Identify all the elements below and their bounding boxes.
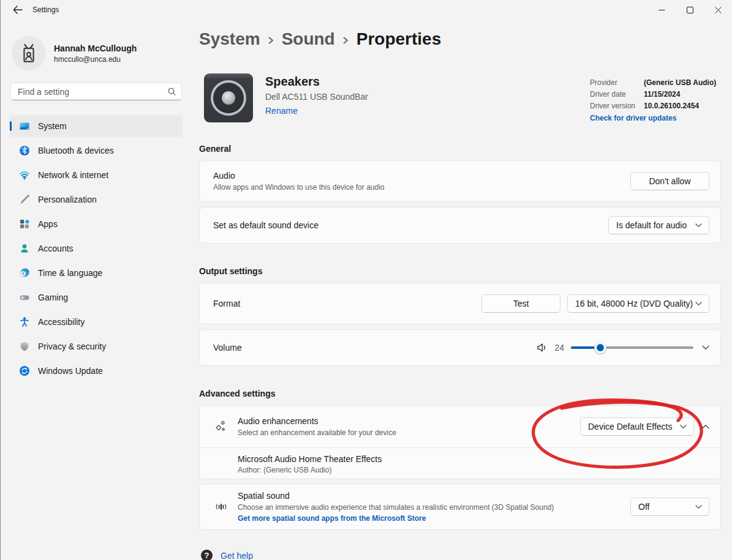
driver-info-row: Driver version 10.0.26100.2454 — [590, 100, 716, 112]
help-icon: ? — [201, 550, 213, 560]
volume-value: 24 — [554, 343, 564, 353]
section-output: Output settings — [199, 266, 262, 276]
sidebar-item-system[interactable]: System — [10, 115, 183, 137]
driver-info-row: Provider (Generic USB Audio) — [590, 77, 716, 89]
audio-row-description: Allow apps and Windows to use this devic… — [213, 183, 630, 192]
test-button[interactable]: Test — [481, 294, 560, 313]
bluetooth-icon — [19, 145, 30, 156]
avatar — [12, 36, 46, 70]
back-arrow-icon — [13, 6, 23, 14]
sidebar-item-accounts[interactable]: Accounts — [10, 237, 183, 259]
sidebar-item-label: Time & language — [38, 268, 102, 278]
volume-title: Volume — [213, 343, 537, 353]
get-help-link[interactable]: Get help — [221, 551, 253, 560]
minimize-button[interactable] — [647, 0, 676, 20]
volume-card: Volume 24 — [199, 329, 721, 366]
system-icon — [19, 121, 30, 132]
spatial-description: Choose an immersive audio experience tha… — [238, 503, 630, 512]
person-icon — [19, 243, 30, 254]
wifi-icon — [19, 170, 30, 181]
format-title: Format — [213, 299, 481, 308]
format-dropdown[interactable]: 16 bit, 48000 Hz (DVD Quality) — [567, 294, 709, 313]
enhancements-dropdown[interactable]: Device Default Effects — [580, 417, 694, 436]
volume-slider-thumb[interactable] — [594, 342, 606, 354]
sidebar-item-personalization[interactable]: Personalization — [10, 189, 183, 211]
profile-email: hmccullo@unca.edu — [54, 55, 137, 64]
driver-info-row: Driver date 11/15/2024 — [590, 89, 716, 100]
sidebar-item-label: Accessibility — [38, 317, 85, 327]
window-border — [0, 0, 1, 560]
audio-enhancements-card: Audio enhancements Select an enhancement… — [199, 405, 721, 479]
clock-globe-icon — [19, 267, 30, 278]
spatial-sound-icon — [215, 495, 227, 518]
close-button[interactable] — [704, 0, 732, 20]
sidebar-item-accessibility[interactable]: Accessibility — [10, 311, 183, 333]
enhancement-detail-title: Microsoft Audio Home Theater Effects — [238, 454, 709, 464]
spatial-title: Spatial sound — [238, 491, 630, 501]
maximize-button[interactable] — [676, 0, 704, 20]
device-header: Speakers Dell AC511 USB SoundBar Rename — [204, 73, 368, 122]
sidebar-item-label: Network & internet — [38, 170, 108, 180]
speaker-volume-icon — [537, 343, 547, 353]
sidebar-item-label: Accounts — [38, 244, 74, 253]
volume-slider[interactable] — [571, 342, 693, 354]
chevron-down-icon — [695, 505, 702, 509]
sidebar-item-label: Bluetooth & devices — [38, 146, 114, 155]
enhancements-collapse-chevron-icon[interactable] — [702, 424, 709, 429]
default-device-title: Set as default sound device — [213, 220, 608, 230]
enhancement-detail-author: Author: (Generic USB Audio) — [238, 466, 709, 474]
spatial-dropdown[interactable]: Off — [630, 498, 709, 516]
gamepad-icon — [19, 292, 30, 303]
audio-allow-card: Audio Allow apps and Windows to use this… — [199, 160, 721, 202]
sidebar-item-bluetooth-devices[interactable]: Bluetooth & devices — [10, 140, 183, 162]
selected-accent-bar — [10, 121, 12, 131]
chevron-right-icon — [268, 35, 274, 46]
apps-icon — [19, 218, 30, 230]
sidebar-item-gaming[interactable]: Gaming — [10, 286, 183, 308]
search-input[interactable] — [18, 87, 167, 97]
id-badge-icon — [18, 43, 39, 64]
sidebar-item-label: Personalization — [38, 195, 97, 204]
back-button[interactable] — [7, 2, 28, 18]
window-title: Settings — [32, 6, 59, 14]
close-icon — [715, 7, 722, 13]
format-card: Format Test 16 bit, 48000 Hz (DVD Qualit… — [199, 283, 721, 324]
update-icon — [19, 365, 30, 376]
enhancements-description: Select an enhancement available for your… — [238, 428, 580, 437]
sidebar-item-label: Windows Update — [38, 366, 103, 376]
sidebar-item-windows-update[interactable]: Windows Update — [10, 360, 183, 382]
user-profile[interactable]: Hannah McCullough hmccullo@unca.edu — [12, 36, 137, 70]
speaker-device-image — [204, 73, 253, 122]
enhancement-detail-row: Microsoft Audio Home Theater Effects Aut… — [200, 448, 720, 480]
driver-info: Provider (Generic USB Audio) Driver date… — [590, 77, 716, 122]
titlebar: Settings — [0, 0, 732, 20]
sidebar-item-label: System — [38, 121, 67, 131]
volume-expander-chevron-icon[interactable] — [702, 345, 709, 350]
sidebar-item-privacy-security[interactable]: Privacy & security — [10, 335, 183, 357]
chevron-right-icon — [342, 35, 349, 46]
check-driver-updates-link[interactable]: Check for driver updates — [590, 114, 676, 122]
spatial-store-link[interactable]: Get more spatial sound apps from the Mic… — [238, 514, 426, 523]
get-help[interactable]: ? Get help — [201, 550, 253, 560]
enhancements-title: Audio enhancements — [238, 416, 580, 426]
rename-link[interactable]: Rename — [265, 106, 298, 116]
chevron-down-icon — [695, 223, 702, 228]
shield-icon — [19, 341, 30, 352]
minimize-icon — [658, 7, 665, 13]
chevron-down-icon — [695, 302, 702, 306]
breadcrumb-sound[interactable]: Sound — [282, 29, 335, 49]
sidebar-item-label: Gaming — [38, 293, 68, 302]
dont-allow-button[interactable]: Don't allow — [630, 172, 709, 190]
search-icon — [167, 87, 176, 96]
sidebar-item-network-internet[interactable]: Network & internet — [10, 164, 183, 186]
section-general: General — [199, 144, 231, 154]
breadcrumb: System Sound Properties — [199, 29, 441, 49]
sidebar-item-time-language[interactable]: Time & language — [10, 262, 183, 284]
chevron-down-icon — [680, 425, 687, 429]
sidebar-item-apps[interactable]: Apps — [10, 213, 183, 235]
accessibility-person-icon — [19, 316, 30, 327]
breadcrumb-properties: Properties — [357, 29, 442, 49]
search-box[interactable] — [10, 83, 182, 100]
breadcrumb-system[interactable]: System — [199, 29, 260, 49]
default-device-dropdown[interactable]: Is default for audio — [608, 216, 709, 234]
